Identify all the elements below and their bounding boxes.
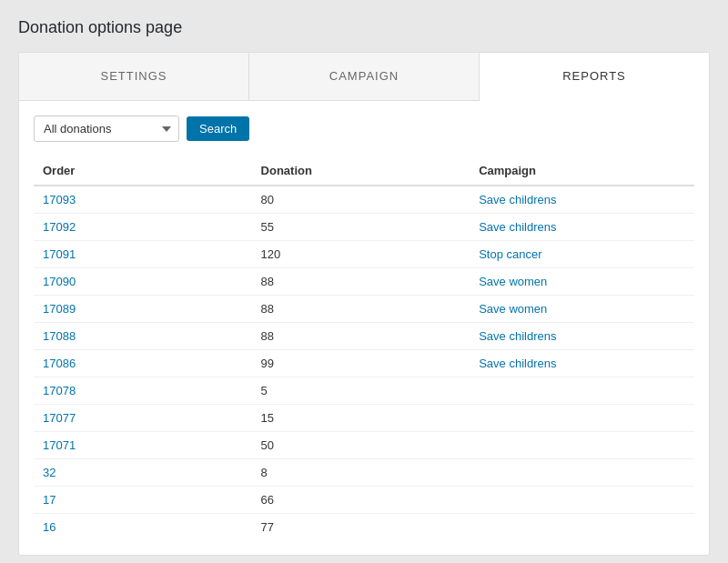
- cell-order: 17093: [34, 186, 252, 214]
- donations-table: Order Donation Campaign 1709380Save chil…: [34, 156, 694, 540]
- cell-campaign: Save childrens: [470, 186, 694, 214]
- cell-order: 17092: [34, 214, 252, 241]
- cell-donation: 88: [252, 268, 470, 296]
- cell-order: 16: [34, 514, 252, 541]
- tab-campaign[interactable]: CAMPAIGN: [249, 53, 480, 100]
- cell-order: 32: [34, 459, 252, 487]
- tab-reports[interactable]: REPORTS: [480, 53, 709, 101]
- cell-donation: 77: [252, 514, 470, 541]
- cell-order: 17: [34, 487, 252, 514]
- donation-filter-select[interactable]: All donations With campaign Without camp…: [34, 116, 179, 142]
- search-button[interactable]: Search: [187, 116, 249, 141]
- cell-campaign: [470, 432, 694, 459]
- order-link[interactable]: 17093: [43, 193, 76, 206]
- page-title: Donation options page: [18, 18, 710, 37]
- cell-donation: 15: [252, 405, 470, 432]
- main-card: SETTINGS CAMPAIGN REPORTS All donations …: [18, 52, 710, 556]
- cell-donation: 80: [252, 186, 470, 214]
- cell-donation: 8: [252, 459, 470, 487]
- col-header-order: Order: [34, 156, 252, 186]
- table-row: 328: [34, 459, 694, 487]
- cell-campaign: [470, 514, 694, 541]
- order-link[interactable]: 17086: [43, 357, 76, 370]
- table-row: 1766: [34, 487, 694, 514]
- table-row: 170785: [34, 377, 694, 405]
- table-row: 1677: [34, 514, 694, 541]
- table-row: 1708888Save childrens: [34, 323, 694, 350]
- table-row: 1709380Save childrens: [34, 186, 694, 214]
- order-link[interactable]: 16: [43, 520, 56, 534]
- table-row: 1707715: [34, 405, 694, 432]
- order-link[interactable]: 32: [43, 466, 56, 479]
- cell-order: 17089: [34, 296, 252, 323]
- cell-donation: 55: [252, 214, 470, 241]
- cell-donation: 66: [252, 487, 470, 514]
- tab-bar: SETTINGS CAMPAIGN REPORTS: [19, 53, 709, 101]
- cell-campaign: [470, 459, 694, 487]
- cell-campaign: [470, 487, 694, 514]
- order-link[interactable]: 17090: [43, 275, 76, 288]
- cell-donation: 88: [252, 296, 470, 323]
- order-link[interactable]: 17: [43, 493, 56, 507]
- filter-bar: All donations With campaign Without camp…: [34, 116, 694, 142]
- cell-campaign: [470, 377, 694, 405]
- cell-order: 17071: [34, 432, 252, 459]
- table-row: 1707150: [34, 432, 694, 459]
- cell-donation: 50: [252, 432, 470, 459]
- cell-donation: 88: [252, 323, 470, 350]
- cell-campaign: Save women: [470, 268, 694, 296]
- table-row: 1709088Save women: [34, 268, 694, 296]
- cell-campaign: Save childrens: [470, 214, 694, 241]
- campaign-link[interactable]: Save childrens: [479, 220, 556, 234]
- table-row: 1708988Save women: [34, 296, 694, 323]
- table-row: 1709255Save childrens: [34, 214, 694, 241]
- order-link[interactable]: 17092: [43, 220, 76, 234]
- campaign-link[interactable]: Save childrens: [479, 329, 556, 343]
- tab-settings[interactable]: SETTINGS: [19, 53, 249, 100]
- cell-campaign: Stop cancer: [470, 241, 694, 268]
- table-row: 17091120Stop cancer: [34, 241, 694, 268]
- order-link[interactable]: 17089: [43, 302, 76, 316]
- campaign-link[interactable]: Save childrens: [479, 357, 556, 370]
- col-header-donation: Donation: [252, 156, 470, 186]
- order-link[interactable]: 17071: [43, 438, 76, 452]
- cell-order: 17091: [34, 241, 252, 268]
- order-link[interactable]: 17077: [43, 411, 76, 425]
- order-link[interactable]: 17091: [43, 247, 76, 261]
- cell-campaign: [470, 405, 694, 432]
- cell-campaign: Save childrens: [470, 323, 694, 350]
- cell-campaign: Save women: [470, 296, 694, 323]
- cell-donation: 5: [252, 377, 470, 405]
- cell-order: 17086: [34, 350, 252, 377]
- campaign-link[interactable]: Save women: [479, 302, 547, 316]
- cell-order: 17078: [34, 377, 252, 405]
- cell-order: 17077: [34, 405, 252, 432]
- order-link[interactable]: 17088: [43, 329, 76, 343]
- campaign-link[interactable]: Save childrens: [479, 193, 556, 206]
- cell-order: 17088: [34, 323, 252, 350]
- col-header-campaign: Campaign: [470, 156, 694, 186]
- tab-content: All donations With campaign Without camp…: [19, 101, 709, 555]
- order-link[interactable]: 17078: [43, 384, 76, 397]
- cell-donation: 99: [252, 350, 470, 377]
- table-row: 1708699Save childrens: [34, 350, 694, 377]
- cell-donation: 120: [252, 241, 470, 268]
- cell-campaign: Save childrens: [470, 350, 694, 377]
- campaign-link[interactable]: Save women: [479, 275, 547, 288]
- cell-order: 17090: [34, 268, 252, 296]
- table-header-row: Order Donation Campaign: [34, 156, 694, 186]
- campaign-link[interactable]: Stop cancer: [479, 247, 541, 261]
